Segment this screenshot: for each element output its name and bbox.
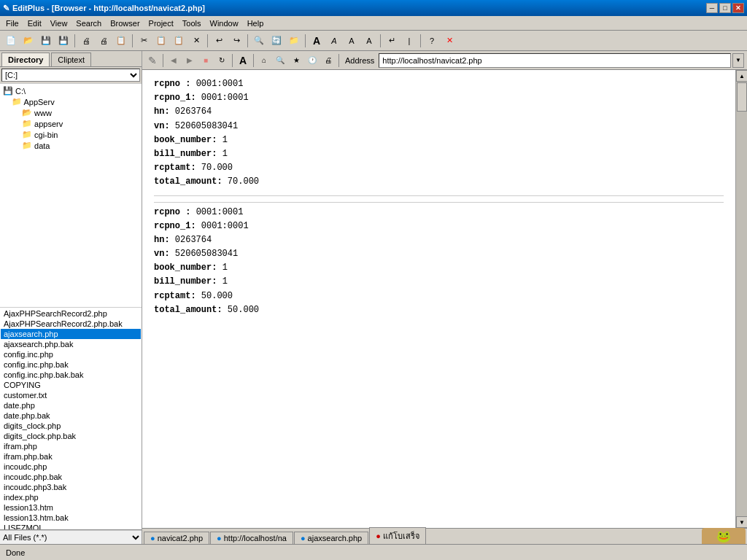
close-doc-button[interactable]: ✕ bbox=[441, 33, 457, 49]
file-item[interactable]: ajaxsearch.php.bak bbox=[1, 339, 141, 349]
file-item[interactable]: customer.txt bbox=[1, 390, 141, 400]
menu-browser[interactable]: Browser bbox=[106, 18, 144, 29]
replace-button[interactable]: 🔄 bbox=[268, 33, 285, 49]
tree-item-www[interactable]: 📂 www bbox=[1, 107, 140, 118]
menu-edit[interactable]: Edit bbox=[23, 18, 46, 29]
font-size-button[interactable]: A bbox=[236, 53, 250, 68]
file-item[interactable]: incoudc.php.bak bbox=[1, 472, 141, 482]
forward-button[interactable]: ▶ bbox=[182, 53, 197, 68]
back-button[interactable]: ◀ bbox=[166, 53, 181, 68]
print-preview-button[interactable]: 🖨 bbox=[96, 33, 112, 49]
vertical-scrollbar[interactable]: ▲ ▼ bbox=[735, 70, 747, 528]
tree-item-data[interactable]: 📁 data bbox=[1, 140, 140, 151]
scrollbar-thumb[interactable] bbox=[737, 82, 747, 112]
tree-item-appserv[interactable]: 📁 AppServ bbox=[1, 96, 140, 107]
value-vn-2: 520605083041 bbox=[175, 249, 238, 259]
refresh-button[interactable]: ↻ bbox=[214, 53, 229, 68]
menu-project[interactable]: Project bbox=[144, 18, 178, 29]
drive-dropdown[interactable]: [C:] bbox=[1, 69, 140, 82]
file-item[interactable]: lession13.htm bbox=[1, 502, 141, 513]
copy-button[interactable]: 📋 bbox=[153, 33, 169, 49]
history-button[interactable]: 🕐 bbox=[305, 53, 320, 68]
separator-2 bbox=[132, 34, 133, 47]
tab-ajaxsearch[interactable]: ● ajaxsearch.php bbox=[294, 532, 368, 544]
stop-button[interactable]: ■ bbox=[198, 53, 213, 68]
tab-cliptext[interactable]: Cliptext bbox=[51, 52, 91, 66]
menu-view[interactable]: View bbox=[46, 18, 72, 29]
drive-selector[interactable]: [C:] bbox=[0, 67, 142, 84]
menu-search[interactable]: Search bbox=[71, 18, 106, 29]
tab-thai[interactable]: ● แก้โบเสร็จ bbox=[369, 527, 426, 544]
file-item[interactable]: lession13.htm.bak bbox=[1, 513, 141, 523]
file-item[interactable]: ifram.php.bak bbox=[1, 451, 141, 462]
cliptext-button[interactable]: 📋 bbox=[113, 33, 129, 49]
file-item[interactable]: digits_clock.php.bak bbox=[1, 431, 141, 441]
label-hn-2: hn: bbox=[154, 235, 170, 245]
print-button[interactable]: 🖨 bbox=[78, 33, 94, 49]
minimize-button[interactable]: ─ bbox=[706, 3, 718, 13]
delete-button[interactable]: ✕ bbox=[188, 33, 204, 49]
help-button[interactable]: ? bbox=[424, 33, 440, 49]
menu-tools[interactable]: Tools bbox=[178, 18, 206, 29]
tab-navicat2[interactable]: ● navicat2.php bbox=[144, 532, 209, 544]
file-item[interactable]: COPYING bbox=[1, 380, 141, 390]
file-filter[interactable]: All Files (*.*) bbox=[0, 529, 142, 544]
print-page-button[interactable]: 🖨 bbox=[321, 53, 336, 68]
new-button[interactable]: 📄 bbox=[3, 33, 19, 49]
browser-search-button[interactable]: 🔍 bbox=[273, 53, 287, 68]
label-total: total_amount: bbox=[154, 176, 222, 187]
file-item[interactable]: date.php bbox=[1, 400, 141, 411]
label-book-2: book_number: bbox=[154, 262, 217, 273]
find-files-button[interactable]: 📁 bbox=[286, 33, 302, 49]
file-item[interactable]: AjaxPHPSearchRecord2.php.bak bbox=[1, 319, 141, 329]
file-item[interactable]: index.php bbox=[1, 492, 141, 502]
undo-button[interactable]: ↩ bbox=[211, 33, 227, 49]
color-button[interactable]: A bbox=[344, 33, 360, 49]
menu-file[interactable]: File bbox=[1, 18, 23, 29]
file-list[interactable]: AjaxPHPSearchRecord2.php AjaxPHPSearchRe… bbox=[0, 307, 142, 529]
tab-directory[interactable]: Directory bbox=[1, 52, 50, 66]
file-item[interactable]: date.php.bak bbox=[1, 411, 141, 421]
tree-item-c[interactable]: 💾 C:\ bbox=[1, 85, 140, 96]
redo-button[interactable]: ↪ bbox=[228, 33, 244, 49]
font-button[interactable]: A bbox=[309, 33, 325, 49]
open-button[interactable]: 📂 bbox=[20, 33, 36, 49]
tree-item-cgi-bin[interactable]: 📁 cgi-bin bbox=[1, 129, 140, 140]
home-button[interactable]: ⌂ bbox=[257, 53, 271, 68]
find-button[interactable]: 🔍 bbox=[251, 33, 267, 49]
tree-item-appservdir[interactable]: 📁 appserv bbox=[1, 118, 140, 129]
highlight-button[interactable]: A bbox=[361, 33, 377, 49]
paste-button[interactable]: 📋 bbox=[171, 33, 187, 49]
menu-help[interactable]: Help bbox=[243, 18, 268, 29]
restore-button[interactable]: □ bbox=[719, 3, 731, 13]
cut-button[interactable]: ✂ bbox=[136, 33, 152, 49]
save-button[interactable]: 💾 bbox=[38, 33, 54, 49]
word-wrap-button[interactable]: ↵ bbox=[384, 33, 400, 49]
file-item[interactable]: incoudc.php3.bak bbox=[1, 482, 141, 492]
file-filter-select[interactable]: All Files (*.*) bbox=[0, 530, 142, 545]
file-item[interactable]: incoudc.php bbox=[1, 462, 141, 472]
save-all-button[interactable]: 💾 bbox=[55, 33, 71, 49]
label-rcpno: rcpno : bbox=[154, 79, 190, 89]
scroll-down-button[interactable]: ▼ bbox=[736, 516, 747, 528]
scrollbar-track[interactable] bbox=[736, 82, 747, 516]
scroll-up-button[interactable]: ▲ bbox=[736, 70, 747, 82]
directory-tree[interactable]: 💾 C:\ 📁 AppServ 📂 www 📁 appserv 📁 cgi-bi… bbox=[0, 84, 142, 307]
favorites-button[interactable]: ★ bbox=[289, 53, 303, 68]
file-item[interactable]: ifram.php bbox=[1, 441, 141, 451]
file-item[interactable]: digits_clock.php bbox=[1, 421, 141, 431]
file-item-selected[interactable]: ajaxsearch.php bbox=[1, 329, 141, 339]
file-item[interactable]: config.inc.php bbox=[1, 349, 141, 359]
address-dropdown-arrow[interactable]: ▼ bbox=[732, 53, 744, 68]
file-item[interactable]: LISEZMOI bbox=[1, 523, 141, 529]
folder-icon-www: 📂 bbox=[22, 108, 32, 117]
bold-button[interactable]: A bbox=[326, 33, 342, 49]
address-input[interactable] bbox=[379, 53, 731, 68]
menu-window[interactable]: Window bbox=[206, 18, 243, 29]
file-item[interactable]: AjaxPHPSearchRecord2.php bbox=[1, 308, 141, 319]
file-item[interactable]: config.inc.php.bak.bak bbox=[1, 370, 141, 380]
col-marker-button[interactable]: | bbox=[401, 33, 417, 49]
close-button[interactable]: ✕ bbox=[732, 3, 744, 13]
file-item[interactable]: config.inc.php.bak bbox=[1, 359, 141, 370]
tab-localhost[interactable]: ● http://localhost/na bbox=[210, 532, 293, 544]
